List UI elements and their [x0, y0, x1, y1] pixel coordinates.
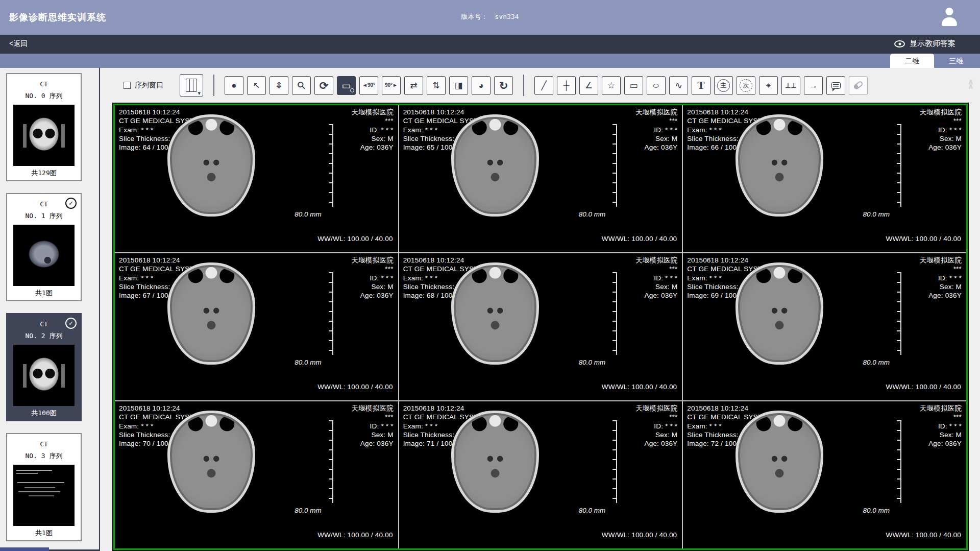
toolbar-rotate-left-90-button[interactable]: ◄90° — [359, 76, 378, 95]
toolbar-eraser-button[interactable] — [849, 76, 868, 95]
overlay-hospital: 天堰模拟医院 — [920, 404, 962, 413]
toolbar-histogram-button[interactable]: ⊥⊥ — [781, 76, 800, 95]
series-card-3[interactable]: CTNO. 3 序列共1图 — [6, 433, 82, 541]
tab-2d[interactable]: 二维 — [890, 54, 934, 68]
toolbar-select-button[interactable]: ↖ — [247, 76, 266, 95]
overlay-top-right: 天堰模拟医院***ID: * * *Sex: MAge: 036Y — [920, 404, 962, 448]
ct-image-cell-5[interactable]: 20150618 10:12:24CT GE MEDICAL SYSTEMSEx… — [683, 253, 966, 400]
series-card-0[interactable]: CTNO. 0 序列共129图 — [6, 73, 82, 181]
toolbar-magnify-button[interactable]: ⚲ — [292, 76, 311, 95]
overlay-patient-id: ID: * * * — [635, 126, 677, 134]
series-window-toggle[interactable]: 序列窗口 — [124, 81, 163, 90]
overlay-sex: Sex: M — [920, 134, 962, 143]
rotate-icon: ⟳ — [320, 80, 329, 91]
overlay-patient-id: ID: * * * — [351, 126, 393, 134]
horizontal-scrollbar-thumb[interactable] — [0, 547, 49, 551]
checkmark-icon: ✓ — [65, 318, 77, 329]
series-title: NO. 2 序列 — [7, 331, 81, 341]
show-teacher-answer-button[interactable]: 显示教师答案 — [894, 39, 955, 49]
toolbar-window-preset-button[interactable]: ◕ — [472, 76, 491, 95]
toolbar-window-rect-button[interactable]: ▭ — [337, 76, 356, 95]
toolbar-primary-label-button[interactable]: 主 — [714, 76, 733, 95]
pan-icon: ⇔ — [275, 81, 283, 90]
scale-ruler — [612, 420, 617, 502]
series-title: NO. 1 序列 — [7, 211, 81, 221]
overlay-age: Age: 036Y — [635, 439, 677, 448]
angle-icon: ∠ — [585, 81, 593, 90]
ct-brain-image — [167, 114, 255, 217]
toolbar-cross-measure-button[interactable]: ┼ — [557, 76, 576, 95]
user-icon[interactable] — [940, 8, 959, 27]
series-image-count: 共129图 — [7, 169, 81, 178]
ct-image-cell-0[interactable]: 20150618 10:12:24CT GE MEDICAL SYSTEMSEx… — [115, 105, 398, 252]
toolbar-comment-button[interactable] — [826, 76, 845, 95]
flip-horizontal-icon: ⇄ — [410, 81, 417, 90]
ct-image-cell-6[interactable]: 20150618 10:12:24CT GE MEDICAL SYSTEMSEx… — [115, 401, 398, 548]
overlay-hospital: 天堰模拟医院 — [635, 108, 677, 116]
reset-icon: ↻ — [499, 80, 508, 91]
tab-3d[interactable]: 三维 — [934, 54, 978, 68]
toolbar-reset-button[interactable]: ↻ — [494, 76, 513, 95]
content-area: CTNO. 0 序列共129图CT✓NO. 1 序列共1图CT✓NO. 2 序列… — [0, 68, 980, 551]
select-icon: ↖ — [253, 81, 260, 90]
back-button[interactable]: <返回 — [9, 39, 28, 49]
image-grid: 20150618 10:12:24CT GE MEDICAL SYSTEMSEx… — [113, 104, 968, 550]
toolbar-arrow-button[interactable]: → — [804, 76, 823, 95]
app-root: 影像诊断思维实训系统 版本号：svn334 <返回 显示教师答案 二维三维 CT… — [0, 0, 980, 551]
flip-vertical-icon: ⇅ — [432, 81, 439, 90]
text-icon: T — [697, 80, 704, 91]
overlay-top-right: 天堰模拟医院***ID: * * *Sex: MAge: 036Y — [351, 404, 393, 448]
ct-image-cell-2[interactable]: 20150618 10:12:24CT GE MEDICAL SYSTEMSEx… — [683, 105, 966, 252]
rotate-right-90-icon: 90°► — [385, 83, 398, 88]
overlay-wwwl: WW/WL: 100.00 / 40.00 — [886, 382, 961, 391]
toolbar-window-ball-button[interactable]: ● — [225, 76, 243, 95]
collapse-toolbar-icon[interactable]: ∧∧ — [968, 79, 974, 88]
toolbar-rectangle-button[interactable]: ▭ — [624, 76, 643, 95]
series-title: NO. 0 序列 — [7, 91, 81, 101]
scale-ruler — [897, 124, 901, 206]
toolbar-flip-vertical-button[interactable]: ⇅ — [427, 76, 446, 95]
scale-label: 80.0 mm — [863, 210, 890, 218]
toolbar-layout-button[interactable] — [180, 74, 203, 97]
series-thumbnail-skull-front — [13, 345, 75, 406]
overlay-patient-id: ID: * * * — [351, 422, 393, 430]
cross-measure-icon: ┼ — [563, 81, 569, 90]
show-teacher-answer-label: 显示教师答案 — [910, 39, 955, 49]
ct-image-cell-4[interactable]: 20150618 10:12:24CT GE MEDICAL SYSTEMSEx… — [399, 253, 682, 400]
series-card-1[interactable]: CT✓NO. 1 序列共1图 — [6, 193, 82, 301]
overlay-wwwl: WW/WL: 100.00 / 40.00 — [317, 531, 393, 539]
secondary-label-icon: 次 — [740, 79, 752, 92]
ct-image-cell-1[interactable]: 20150618 10:12:24CT GE MEDICAL SYSTEMSEx… — [399, 105, 682, 252]
toolbar-secondary-label-button[interactable]: 次 — [737, 76, 755, 95]
toolbar-rotate-button[interactable]: ⟳ — [314, 76, 333, 95]
toolbar-flip-horizontal-button[interactable]: ⇄ — [404, 76, 423, 95]
series-window-label: 序列窗口 — [135, 81, 163, 90]
scale-ruler — [329, 272, 333, 354]
toolbar-locate-button[interactable]: ⌖ — [759, 76, 778, 95]
series-window-checkbox[interactable] — [124, 82, 131, 89]
ct-image-cell-7[interactable]: 20150618 10:12:24CT GE MEDICAL SYSTEMSEx… — [399, 401, 682, 548]
overlay-age: Age: 036Y — [351, 439, 393, 448]
ct-brain-image — [736, 262, 823, 365]
overlay-wwwl: WW/WL: 100.00 / 40.00 — [886, 234, 961, 243]
toolbar-invert-button[interactable]: ◨ — [449, 76, 468, 95]
ct-image-cell-3[interactable]: 20150618 10:12:24CT GE MEDICAL SYSTEMSEx… — [115, 253, 398, 400]
toolbar-text-button[interactable]: T — [692, 76, 710, 95]
overlay-stars: *** — [351, 116, 393, 125]
invert-icon: ◨ — [454, 81, 462, 90]
sub-navbar: <返回 显示教师答案 — [0, 35, 980, 54]
toolbar-angle-button[interactable]: ∠ — [579, 76, 598, 95]
toolbar-ellipse-button[interactable]: ○ — [647, 76, 666, 95]
toolbar-pan-button[interactable]: ⇔ — [270, 76, 288, 95]
toolbar-rotate-right-90-button[interactable]: 90°► — [382, 76, 401, 95]
overlay-top-right: 天堰模拟医院***ID: * * *Sex: MAge: 036Y — [635, 108, 677, 152]
series-card-2[interactable]: CT✓NO. 2 序列共100图 — [6, 313, 82, 421]
overlay-patient-id: ID: * * * — [635, 422, 677, 430]
toolbar-curve-button[interactable]: ∿ — [669, 76, 688, 95]
ct-image-cell-8[interactable]: 20150618 10:12:24CT GE MEDICAL SYSTEMSEx… — [683, 401, 966, 548]
toolbar-ruler-button[interactable]: ╱ — [534, 76, 553, 95]
toolbar-polygon-button[interactable]: ☆ — [602, 76, 621, 95]
polygon-icon: ☆ — [607, 81, 615, 90]
series-thumbnail-skull-front — [13, 105, 75, 166]
overlay-age: Age: 036Y — [920, 291, 962, 300]
